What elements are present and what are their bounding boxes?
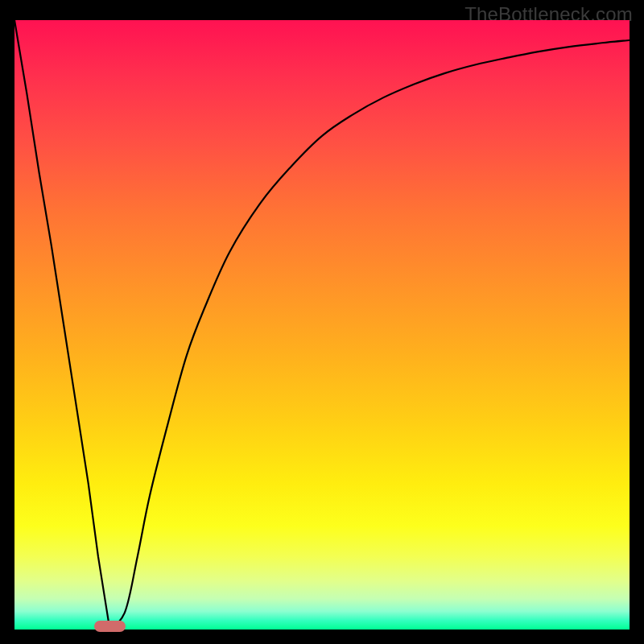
bottleneck-curve [14, 20, 630, 630]
chart-frame: TheBottleneck.com [0, 0, 644, 644]
plot-area [14, 20, 630, 630]
bottleneck-curve-path [14, 20, 630, 630]
optimal-point-marker [94, 621, 125, 632]
